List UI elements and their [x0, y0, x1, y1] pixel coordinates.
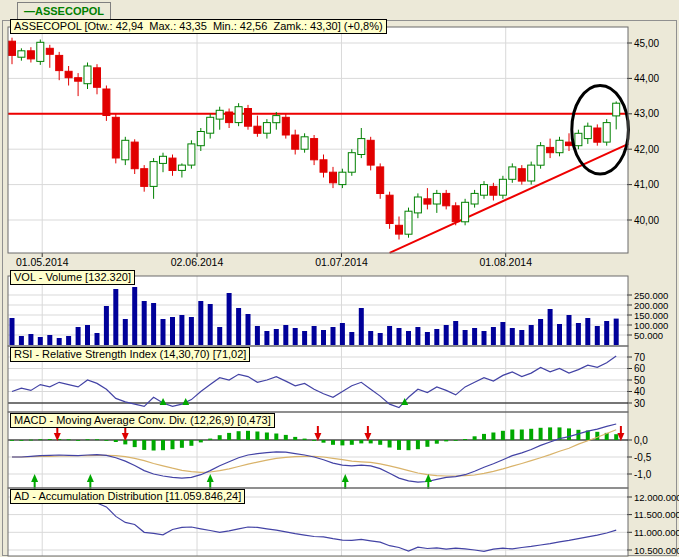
macd-histogram-bar	[86, 439, 90, 440]
y-axis-label: 11.000.000	[634, 527, 679, 538]
volume-bar	[444, 325, 449, 345]
volume-bar	[529, 325, 534, 345]
candle	[452, 206, 459, 222]
macd-histogram-bar	[359, 440, 363, 443]
candle	[169, 158, 176, 170]
candle	[65, 71, 72, 77]
candle	[481, 185, 488, 196]
candle	[56, 55, 63, 70]
volume-bar	[95, 333, 100, 345]
macd-histogram-bar	[501, 431, 505, 440]
macd-histogram-bar	[161, 440, 165, 450]
macd-histogram-bar	[180, 440, 184, 448]
y-axis-label: -0,5	[634, 452, 652, 463]
macd-histogram-bar	[539, 428, 543, 440]
series-name-label: ASSECOPOL	[35, 5, 104, 17]
y-axis-label: 50.000	[634, 330, 663, 341]
macd-histogram-bar	[322, 440, 326, 443]
volume-bar	[57, 338, 62, 345]
volume-bar	[434, 329, 439, 345]
volume-bar	[283, 325, 288, 345]
volume-bar	[510, 328, 515, 345]
y-axis-label: 10.500.000	[634, 545, 679, 556]
volume-bar	[19, 336, 24, 345]
volume-bar	[463, 330, 468, 345]
candle	[603, 123, 610, 143]
volume-panel-title: VOL - Volume [132.320]	[10, 270, 135, 285]
macd-histogram-bar	[227, 433, 231, 440]
macd-histogram-bar	[274, 434, 278, 441]
volume-bar	[331, 327, 336, 345]
macd-histogram-bar	[331, 440, 335, 445]
volume-bar	[113, 289, 118, 345]
y-axis-label: 42,00	[634, 144, 659, 155]
volume-bar	[321, 330, 326, 345]
volume-bar	[28, 334, 33, 345]
macd-histogram-bar	[614, 434, 618, 440]
candle	[405, 211, 412, 234]
macd-histogram-bar	[435, 440, 439, 444]
volume-bar	[217, 327, 222, 345]
macd-histogram-bar	[303, 439, 307, 440]
volume-bar	[397, 328, 402, 345]
macd-histogram-bar	[76, 440, 80, 441]
macd-histogram-bar	[350, 440, 354, 445]
volume-bar	[198, 301, 203, 345]
macd-histogram-bar	[529, 429, 533, 440]
volume-bar	[208, 304, 213, 345]
series-legend: —ASSECOPOL	[17, 2, 111, 20]
candle	[141, 169, 148, 187]
macd-histogram-bar	[189, 440, 193, 446]
volume-bar	[387, 326, 392, 345]
candle	[282, 117, 289, 135]
macd-histogram-bar	[369, 440, 373, 443]
macd-histogram-bar	[416, 440, 420, 449]
candle	[235, 107, 242, 123]
volume-bar	[227, 293, 232, 345]
macd-panel-title: MACD - Moving Average Conv. Div. (12,26,…	[10, 413, 275, 428]
candle	[311, 139, 318, 160]
macd-histogram-bar	[255, 432, 259, 441]
y-axis-label: 41,00	[634, 179, 659, 190]
candle	[490, 186, 497, 195]
candle	[414, 197, 421, 213]
candle	[37, 42, 44, 61]
macd-histogram-bar	[104, 440, 108, 441]
candle	[509, 167, 516, 179]
macd-histogram-bar	[548, 427, 552, 440]
macd-histogram-bar	[473, 436, 477, 440]
candle	[188, 144, 195, 165]
y-axis-label: 70	[634, 352, 646, 363]
volume-bar	[557, 324, 562, 345]
candle	[27, 51, 34, 59]
candle	[433, 193, 440, 204]
volume-bar	[538, 319, 543, 345]
ad-panel-title: AD - Accumulation Distribution [11.059.8…	[10, 489, 245, 504]
volume-bar	[368, 331, 373, 345]
macd-histogram-bar	[482, 434, 486, 440]
candle	[396, 225, 403, 234]
y-axis-label: 60	[634, 363, 646, 374]
volume-bar	[472, 328, 477, 345]
macd-histogram-bar	[491, 433, 495, 441]
macd-histogram-bar	[199, 440, 203, 442]
volume-bar	[359, 308, 364, 345]
candle	[386, 195, 393, 223]
volume-bar	[123, 319, 128, 345]
x-axis-label: 01.07.2014	[315, 256, 368, 268]
candle	[160, 156, 167, 163]
volume-bar	[349, 332, 354, 345]
candle	[131, 142, 138, 169]
macd-histogram-bar	[454, 440, 458, 441]
y-axis-label: 40	[634, 386, 646, 397]
macd-histogram-bar	[340, 440, 344, 445]
macd-histogram-bar	[312, 440, 316, 441]
macd-histogram-bar	[67, 439, 71, 440]
candle	[556, 140, 563, 152]
candle	[75, 78, 82, 82]
volume-bar	[104, 306, 109, 345]
x-axis-label: 01.05.2014	[16, 256, 69, 268]
macd-histogram-bar	[510, 430, 514, 441]
macd-histogram-bar	[595, 432, 599, 440]
candle	[197, 132, 204, 146]
